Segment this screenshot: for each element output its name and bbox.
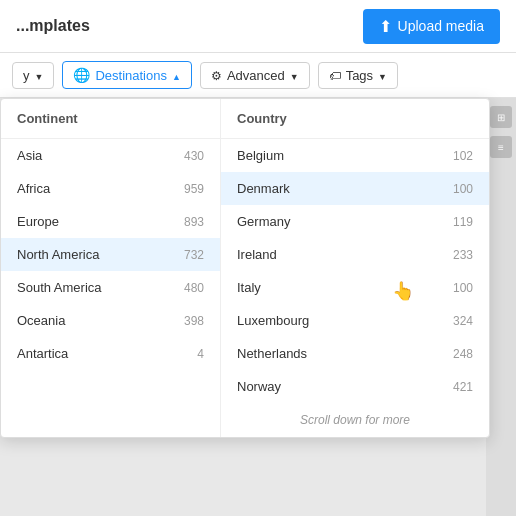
continent-count: 430 <box>184 149 204 163</box>
continent-count: 959 <box>184 182 204 196</box>
country-count: 324 <box>453 314 473 328</box>
continent-name: Europe <box>17 214 59 229</box>
destinations-label: Destinations <box>95 68 167 83</box>
continent-count: 893 <box>184 215 204 229</box>
continent-panel: Continent Asia430Africa959Europe893North… <box>1 99 221 437</box>
country-item[interactable]: Italy100 <box>221 271 489 304</box>
upload-media-button[interactable]: ⬆ Upload media <box>363 9 500 44</box>
country-name: Germany <box>237 214 290 229</box>
country-item[interactable]: Denmark100 <box>221 172 489 205</box>
country-header: Country <box>221 99 489 139</box>
chevron-up-icon <box>172 68 181 83</box>
country-name: Netherlands <box>237 346 307 361</box>
country-name: Belgium <box>237 148 284 163</box>
filter1-label: y <box>23 68 30 83</box>
page-title: ...mplates <box>16 17 90 35</box>
country-name: Luxembourg <box>237 313 309 328</box>
continent-name: Antartica <box>17 346 68 361</box>
chevron-down-icon-3 <box>378 68 387 83</box>
continent-name: Africa <box>17 181 50 196</box>
country-item[interactable]: Netherlands248 <box>221 337 489 370</box>
continent-name: North America <box>17 247 99 262</box>
continent-count: 480 <box>184 281 204 295</box>
country-item[interactable]: Ireland233 <box>221 238 489 271</box>
country-name: Ireland <box>237 247 277 262</box>
country-panel: Country Belgium102Denmark100Germany119Ir… <box>221 99 489 437</box>
tag-icon <box>329 68 341 83</box>
country-count: 248 <box>453 347 473 361</box>
destinations-filter-button[interactable]: Destinations <box>62 61 191 89</box>
continent-name: South America <box>17 280 102 295</box>
tags-label: Tags <box>346 68 373 83</box>
country-item[interactable]: Norway421 <box>221 370 489 403</box>
country-count: 421 <box>453 380 473 394</box>
advanced-filter-button[interactable]: Advanced <box>200 62 310 89</box>
tags-filter-button[interactable]: Tags <box>318 62 398 89</box>
country-count: 233 <box>453 248 473 262</box>
continent-item[interactable]: Europe893 <box>1 205 220 238</box>
country-item[interactable]: Germany119 <box>221 205 489 238</box>
chevron-down-icon <box>35 68 44 83</box>
country-count: 100 <box>453 182 473 196</box>
globe-icon <box>73 67 90 83</box>
country-item[interactable]: Belgium102 <box>221 139 489 172</box>
upload-label: Upload media <box>398 18 484 34</box>
filter-button-1[interactable]: y <box>12 62 54 89</box>
country-name: Norway <box>237 379 281 394</box>
advanced-label: Advanced <box>227 68 285 83</box>
continent-item[interactable]: Antartica4 <box>1 337 220 370</box>
continent-item[interactable]: Oceania398 <box>1 304 220 337</box>
header: ...mplates ⬆ Upload media <box>0 0 516 53</box>
upload-icon: ⬆ <box>379 17 392 36</box>
continent-header: Continent <box>1 99 220 139</box>
continent-list: Asia430Africa959Europe893North America73… <box>1 139 220 370</box>
continent-item[interactable]: North America732 <box>1 238 220 271</box>
scroll-hint: Scroll down for more <box>221 403 489 437</box>
country-item[interactable]: Luxembourg324 <box>221 304 489 337</box>
continent-count: 732 <box>184 248 204 262</box>
continent-item[interactable]: Africa959 <box>1 172 220 205</box>
country-count: 119 <box>453 215 473 229</box>
continent-item[interactable]: South America480 <box>1 271 220 304</box>
continent-count: 398 <box>184 314 204 328</box>
continent-count: 4 <box>197 347 204 361</box>
main-area: old Co... ty Inte... PNG The Netherlands… <box>0 98 516 516</box>
filter-bar: y Destinations Advanced Tags <box>0 53 516 98</box>
continent-name: Asia <box>17 148 42 163</box>
settings-icon <box>211 68 222 83</box>
country-list: Belgium102Denmark100Germany119Ireland233… <box>221 139 489 403</box>
continent-name: Oceania <box>17 313 65 328</box>
country-count: 102 <box>453 149 473 163</box>
continent-item[interactable]: Asia430 <box>1 139 220 172</box>
country-count: 100 <box>453 281 473 295</box>
country-name: Italy <box>237 280 261 295</box>
chevron-down-icon-2 <box>290 68 299 83</box>
destinations-dropdown: Continent Asia430Africa959Europe893North… <box>0 98 490 438</box>
dropdown-overlay: Continent Asia430Africa959Europe893North… <box>0 98 516 516</box>
country-name: Denmark <box>237 181 290 196</box>
